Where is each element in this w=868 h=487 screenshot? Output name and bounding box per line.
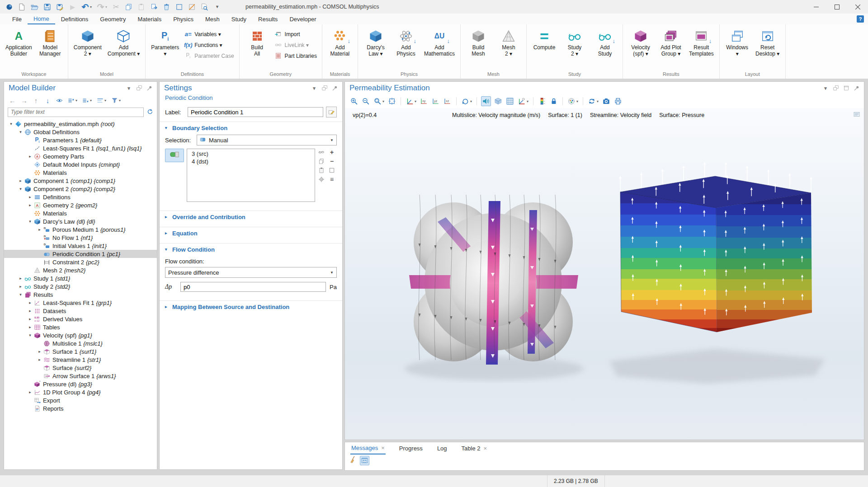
tree-item-reports[interactable]: Reports [4,404,157,412]
tree-item-default-model-inputs[interactable]: Default Model Inputs{cminpt} [4,160,157,169]
tree-item-surface[interactable]: Surface{surf2} [4,364,157,372]
ribbon-button-add-physics[interactable]: ↓AddPhysics [392,27,420,59]
float-window-icon[interactable] [321,84,328,92]
collapsed-arrow-icon[interactable]: ▸ [27,309,33,313]
node-text-button[interactable]: ▾ [96,97,107,104]
section-override-contribution[interactable]: ▸ Override and Contribution [160,211,342,223]
duplicate-icon[interactable] [149,2,159,12]
ribbon-button-velocity-spf[interactable]: Velocity(spf) ▾ [626,27,655,59]
tree-item-velocity-spf[interactable]: ▾Velocity (spf){pg1} [4,331,157,339]
tree-item-component-1[interactable]: ▸Component 1(comp1) {comp1} [4,177,157,185]
view-xz-button[interactable]: xz [443,97,452,106]
plot-info-icon[interactable] [853,111,860,120]
collapsed-arrow-icon[interactable]: ▸ [27,390,33,394]
ribbon-button-model-manager[interactable]: ModelManager [36,27,65,59]
chevron-down-icon[interactable]: ▾ [311,84,318,92]
tree-item-parameters-1[interactable]: PiParameters 1{default} [4,136,157,144]
menu-tab-developer[interactable]: Developer [283,14,322,24]
copy-icon[interactable] [124,2,133,12]
ribbon-button-result-templates[interactable]: ↓ResultTemplates [687,27,716,59]
tree-item-study-2[interactable]: ▸Study 2{std2} [4,282,157,290]
collapsed-arrow-icon[interactable]: ▸ [36,349,43,354]
tree-item-results[interactable]: ▾Results [4,290,157,299]
run-icon[interactable]: ▶ [68,2,77,12]
paste-icon[interactable] [137,2,146,12]
bottom-tab-progress[interactable]: Progress [398,442,424,454]
wireframe-grid-button[interactable] [505,97,514,106]
ribbon-button-parameter-case[interactable]: PiParameter Case [183,52,236,60]
save-icon[interactable] [42,2,52,12]
section-flow-condition[interactable]: ▾ Flow Condition [160,244,342,255]
active-toggle-button[interactable] [165,149,184,162]
selection-list-item[interactable]: 4 (dst) [187,158,315,165]
chevron-down-icon[interactable]: ▾ [822,84,829,92]
ribbon-button-study-2[interactable]: Study2 ▾ [560,27,589,59]
tree-item-initial-values-1[interactable]: DInitial Values 1{init1} [4,242,157,250]
zoom-out-button[interactable] [361,97,370,106]
bottom-tab-log[interactable]: Log [436,442,448,454]
tree-item-least-squares-fit-1[interactable]: Least-Squares Fit 1(lsq1_fun1) {lsq1} [4,144,157,152]
menu-tab-geometry[interactable]: Geometry [94,14,132,24]
maximize-button[interactable] [826,0,847,14]
pressure-difference-input[interactable] [180,282,326,292]
menu-tab-results[interactable]: Results [252,14,283,24]
open-message-window-button[interactable] [360,456,369,465]
select-icon[interactable] [175,2,184,12]
ribbon-button-reset-desktop[interactable]: ResetDesktop ▾ [753,27,782,59]
tree-item-no-flow-1[interactable]: DNo Flow 1{nf1} [4,234,157,242]
tree-item-datasets[interactable]: ▸Datasets [4,307,157,315]
view-xy-button[interactable]: xy [420,97,429,106]
expand-all-button[interactable]: ▾ [67,97,78,104]
tree-filter-input[interactable] [8,108,144,117]
link-button[interactable] [318,149,326,156]
tree-item-constraint-2[interactable]: Constraint 2{pc2} [4,258,157,266]
float-window-icon[interactable] [136,84,143,92]
float-window-icon[interactable] [832,84,840,92]
collapsed-arrow-icon[interactable]: ▸ [27,154,33,159]
disable-icon[interactable] [187,2,197,12]
filter-button[interactable]: ▾ [111,97,121,104]
tree-item-geometry-2[interactable]: ▸AGeometry 2{geom2} [4,201,157,209]
tree-item-pressure-dl[interactable]: *Pressure (dl){pg3} [4,380,157,388]
menu-tab-physics[interactable]: Physics [167,14,199,24]
redo-icon[interactable]: ↷▾ [96,2,108,12]
tree-item-permeability-estimation-mph[interactable]: ▾permeability_estimation.mph(root) [4,120,157,128]
move-up-button[interactable]: ↑ [32,97,40,104]
collapsed-arrow-icon[interactable]: ▸ [36,357,43,362]
tree-item-derived-values[interactable]: ▸8.85e-12Derived Values [4,315,157,323]
collapsed-arrow-icon[interactable]: ▸ [27,203,33,207]
snapshot-button[interactable] [602,97,611,106]
refresh-icon[interactable] [146,108,153,117]
ribbon-button-add-component[interactable]: AddComponent ▾ [105,27,142,59]
open-icon[interactable] [30,2,39,12]
selbox-button[interactable] [328,167,337,174]
chevron-down-icon[interactable]: ▾ [125,84,132,92]
bottom-tab-messages[interactable]: Messages× [350,442,386,454]
bottom-tab-table-2[interactable]: Table 2× [461,442,488,454]
collapsed-arrow-icon[interactable]: ▸ [17,276,24,281]
tree-item-surface-1[interactable]: ▸Surface 1{surf1} [4,347,157,356]
ribbon-button-compute[interactable]: =Compute [530,27,559,52]
zoom-in-button[interactable] [349,97,359,106]
collapsed-arrow-icon[interactable]: ▸ [36,227,43,232]
ribbon-button-darcy-s-law[interactable]: Darcy'sLaw ▾ [361,27,390,59]
zoomsel-button[interactable] [318,176,326,183]
help-button[interactable]: ? [857,15,864,23]
lock-view-button[interactable] [549,97,558,106]
expanded-arrow-icon[interactable]: ▾ [17,187,24,191]
selection-combobox[interactable]: Manual ▼ [197,135,337,145]
undo-icon[interactable]: ↶▾ [80,2,93,12]
close-tab-icon[interactable]: × [484,445,487,452]
expanded-arrow-icon[interactable]: ▾ [17,292,24,297]
expanded-arrow-icon[interactable]: ▾ [17,130,24,134]
tree-item-1d-plot-group-4[interactable]: ▸1D Plot Group 4{pg4} [4,388,157,396]
customize-icon[interactable]: ▾ [212,2,222,12]
menu-tab-home[interactable]: Home [28,14,55,24]
ribbon-button-add-study[interactable]: ↓AddStudy [590,27,619,59]
tree-item-export[interactable]: Export [4,396,157,404]
tree-item-materials[interactable]: Materials [4,169,157,177]
section-mapping[interactable]: ▸ Mapping Between Source and Destination [160,301,342,313]
selection-list-item[interactable]: 3 (src) [187,150,315,158]
pin-icon[interactable] [146,84,153,92]
delete-icon[interactable] [162,2,171,12]
